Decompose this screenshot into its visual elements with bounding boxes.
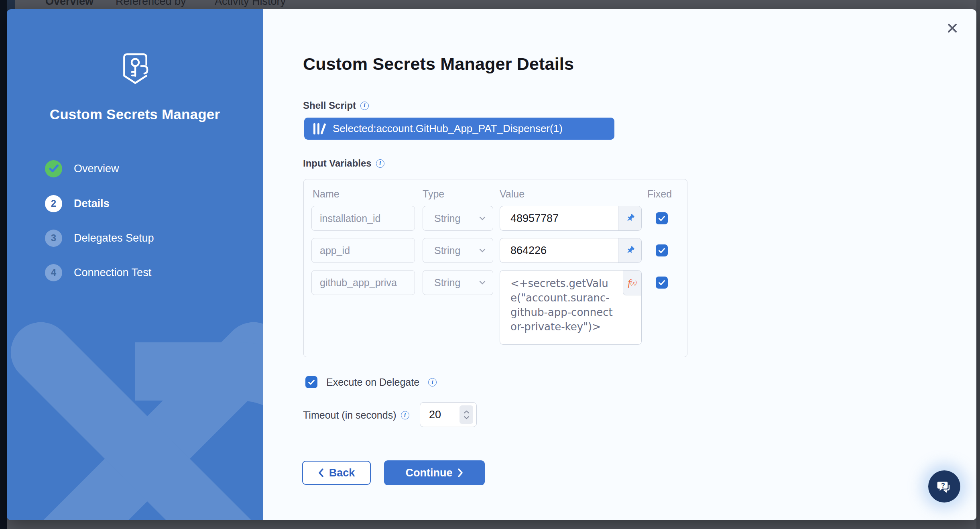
var-value-input[interactable]: 48957787 bbox=[500, 206, 618, 230]
shell-script-label: Shell Script bbox=[303, 100, 356, 111]
page-title: Custom Secrets Manager Details bbox=[303, 54, 574, 74]
back-button[interactable]: Back bbox=[302, 461, 371, 485]
step-complete-check-icon bbox=[45, 160, 62, 177]
step-number: 2 bbox=[45, 195, 62, 212]
timeout-stepper[interactable] bbox=[460, 405, 473, 424]
step-number: 3 bbox=[45, 230, 62, 247]
continue-button-label: Continue bbox=[406, 467, 453, 479]
wizard-sidebar: Custom Secrets Manager Overview 2 Detail… bbox=[7, 9, 263, 520]
pin-icon bbox=[624, 213, 636, 224]
var-name-input[interactable]: github_app_priva bbox=[311, 270, 415, 295]
column-header-name: Name bbox=[313, 188, 340, 200]
check-icon bbox=[658, 248, 665, 254]
chevron-up-icon bbox=[464, 410, 470, 414]
tab-referenced-by[interactable]: Referenced by bbox=[116, 0, 186, 9]
chevron-left-icon bbox=[318, 468, 323, 477]
continue-button[interactable]: Continue bbox=[384, 460, 485, 485]
execute-on-delegate-label: Execute on Delegate bbox=[326, 376, 419, 388]
wizard-step-overview[interactable]: Overview bbox=[45, 160, 119, 177]
close-icon[interactable] bbox=[943, 19, 962, 37]
harness-logo-watermark bbox=[135, 342, 263, 520]
chevron-down-icon bbox=[479, 248, 486, 252]
wizard-step-delegates-setup[interactable]: 3 Delegates Setup bbox=[45, 229, 154, 247]
help-chat-button[interactable]: ? bbox=[928, 470, 960, 503]
var-type-value: String bbox=[434, 277, 460, 289]
fixed-checkbox[interactable] bbox=[656, 244, 668, 256]
fixed-checkbox[interactable] bbox=[656, 212, 668, 224]
column-header-fixed: Fixed bbox=[647, 188, 672, 200]
var-value-input[interactable]: 864226 bbox=[500, 238, 618, 262]
chevron-right-icon bbox=[458, 468, 463, 477]
info-icon[interactable]: i bbox=[376, 159, 384, 168]
wizard-step-connection-test[interactable]: 4 Connection Test bbox=[45, 264, 151, 281]
info-icon[interactable]: i bbox=[360, 102, 369, 110]
var-value-group: 864226 bbox=[500, 238, 642, 263]
timeout-label-row: Timeout (in seconds) i bbox=[303, 409, 409, 421]
info-icon[interactable]: i bbox=[401, 411, 409, 419]
wizard-step-details[interactable]: 2 Details bbox=[45, 195, 110, 212]
step-label: Delegates Setup bbox=[74, 232, 154, 244]
var-name-input[interactable]: installation_id bbox=[311, 206, 415, 231]
background-nav-rail bbox=[0, 0, 7, 529]
var-type-select[interactable]: String bbox=[423, 270, 493, 295]
check-icon bbox=[658, 280, 665, 286]
var-type-value: String bbox=[434, 213, 460, 224]
expression-fx-button[interactable]: f(x) bbox=[623, 271, 641, 295]
background-right-edge bbox=[976, 0, 980, 529]
execute-on-delegate-row: Execute on Delegate i bbox=[305, 376, 437, 388]
help-chat-icon: ? bbox=[935, 477, 954, 496]
input-variables-table: Name Type Value Fixed installation_id St… bbox=[303, 179, 687, 357]
back-button-label: Back bbox=[329, 467, 355, 479]
execute-on-delegate-checkbox[interactable] bbox=[305, 376, 317, 388]
template-library-icon bbox=[313, 123, 326, 135]
input-variables-label: Input Variables bbox=[303, 158, 372, 169]
screen: Overview Referenced by Activity History … bbox=[0, 0, 980, 529]
input-variables-label-row: Input Variables i bbox=[303, 158, 384, 169]
fixed-checkbox[interactable] bbox=[656, 277, 668, 289]
fx-icon-sub: (x) bbox=[630, 280, 637, 286]
secrets-manager-shield-key-icon bbox=[120, 51, 151, 86]
column-header-value: Value bbox=[500, 188, 525, 200]
fixed-value-pin-button[interactable] bbox=[618, 206, 641, 230]
step-label: Details bbox=[74, 197, 110, 210]
tab-overview[interactable]: Overview bbox=[45, 0, 94, 9]
var-value-group: 48957787 bbox=[500, 206, 642, 231]
shell-script-selected-value: Selected:account.GitHub_App_PAT_Dispense… bbox=[333, 122, 563, 135]
var-type-value: String bbox=[434, 245, 460, 256]
timeout-label: Timeout (in seconds) bbox=[303, 409, 396, 421]
step-number: 4 bbox=[45, 264, 62, 281]
fixed-value-pin-button[interactable] bbox=[618, 238, 641, 262]
secrets-manager-wizard-dialog: Custom Secrets Manager Overview 2 Detail… bbox=[7, 9, 976, 520]
check-icon bbox=[308, 379, 315, 385]
column-header-type: Type bbox=[423, 188, 444, 200]
shell-script-label-row: Shell Script i bbox=[303, 100, 369, 111]
background-tabbar: Overview Referenced by Activity History bbox=[15, 0, 980, 9]
svg-text:?: ? bbox=[941, 482, 945, 489]
var-type-select[interactable]: String bbox=[423, 238, 493, 263]
wizard-content: Custom Secrets Manager Details Shell Scr… bbox=[263, 9, 976, 520]
fx-icon: f bbox=[628, 277, 630, 288]
timeout-input[interactable]: 20 bbox=[420, 409, 460, 421]
wizard-title: Custom Secrets Manager bbox=[7, 106, 263, 122]
var-value-expression-input[interactable]: <+secrets.getValue("account.suranc-githu… bbox=[500, 271, 641, 344]
timeout-input-group: 20 bbox=[420, 402, 477, 427]
var-name-input[interactable]: app_id bbox=[311, 238, 415, 263]
var-value-group: <+secrets.getValue("account.suranc-githu… bbox=[500, 270, 642, 345]
chevron-down-icon bbox=[479, 216, 486, 220]
tab-activity-history[interactable]: Activity History bbox=[215, 0, 286, 9]
pin-icon bbox=[624, 245, 636, 256]
shell-script-selected-chip[interactable]: Selected:account.GitHub_App_PAT_Dispense… bbox=[304, 118, 614, 140]
step-label: Overview bbox=[74, 163, 119, 175]
step-label: Connection Test bbox=[74, 267, 151, 279]
chevron-down-icon bbox=[464, 416, 470, 419]
chevron-down-icon bbox=[479, 281, 486, 285]
info-icon[interactable]: i bbox=[428, 378, 437, 387]
check-icon bbox=[658, 216, 665, 222]
var-type-select[interactable]: String bbox=[423, 206, 493, 231]
